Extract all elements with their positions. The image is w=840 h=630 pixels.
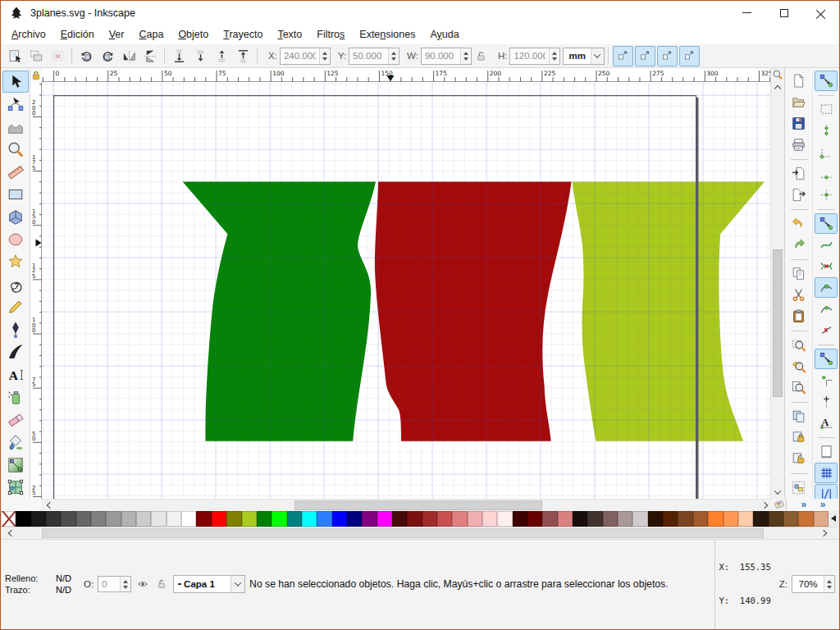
unlink-clone-button[interactable] [788, 449, 810, 469]
swatch-f0b0b0[interactable] [468, 511, 482, 527]
zoom-selection-button[interactable] [788, 335, 810, 355]
swatch-008080[interactable] [287, 511, 302, 527]
snap-path-intersections-button[interactable] [815, 256, 838, 276]
swatch-e6e6e6[interactable] [151, 511, 166, 527]
new-document-button[interactable] [788, 71, 810, 91]
copy-button[interactable] [788, 263, 810, 284]
layer-select[interactable]: Capa 1 [173, 575, 245, 593]
swatch-4d4d4d[interactable] [61, 511, 75, 527]
swatch-999999[interactable] [106, 511, 121, 527]
rotate-ccw-button[interactable] [75, 45, 97, 66]
redo-button[interactable] [788, 235, 810, 255]
tool-bucket-fill[interactable] [2, 431, 29, 454]
swatch-2a7fff[interactable] [317, 511, 331, 527]
menu-texto[interactable]: Texto [270, 26, 309, 43]
swatch-00ff00[interactable] [272, 511, 286, 527]
swatch-7a1010[interactable] [407, 511, 422, 527]
menu-archivo[interactable]: Archivo [4, 26, 53, 43]
minimize-button[interactable] [728, 1, 765, 25]
lock-ratio-icon[interactable] [475, 50, 487, 62]
swatch-2b1100[interactable] [648, 511, 663, 527]
swatch-806060[interactable] [603, 511, 618, 527]
layer-visibility-button[interactable] [135, 577, 150, 591]
tool-gradient[interactable] [2, 454, 29, 476]
horizontal-ruler[interactable]: 0255075100125150175200225250275300325 [42, 68, 770, 82]
swatch-450a0a[interactable] [392, 511, 407, 527]
scroll-down-button[interactable] [771, 486, 784, 499]
opacity-input[interactable] [98, 577, 120, 591]
swatch-ffeeee[interactable] [497, 511, 512, 527]
palette-scroll-thumb[interactable] [42, 528, 764, 538]
swatch-aacc22[interactable] [242, 511, 257, 527]
menu-filtros[interactable]: Filtros [309, 26, 352, 43]
opacity-spinner[interactable] [120, 577, 130, 591]
tool-zoom[interactable] [2, 138, 29, 160]
tool-pen[interactable] [2, 318, 29, 340]
scroll-left-button[interactable] [43, 500, 56, 511]
maximize-button[interactable] [765, 1, 802, 25]
swatch-573a1c[interactable] [769, 511, 783, 527]
snap-object-centers-button[interactable] [815, 370, 838, 390]
tool-spiral[interactable] [2, 273, 29, 295]
height-field-spinner[interactable] [549, 48, 559, 64]
snap-page-border-button[interactable] [815, 441, 838, 462]
vertical-scroll-thumb[interactable] [773, 249, 783, 397]
height-field-input[interactable] [510, 48, 549, 64]
swatch-e08080[interactable] [452, 511, 467, 527]
layer-lock-button[interactable] [154, 577, 169, 591]
swatch-ff7f2a[interactable] [708, 511, 723, 527]
menu-ayuda[interactable]: Ayuda [422, 26, 466, 43]
scroll-right-button[interactable] [758, 500, 770, 511]
zoom-page-button[interactable] [788, 377, 810, 398]
lower-button[interactable] [189, 45, 211, 66]
swatch-c85050[interactable] [437, 511, 452, 527]
snap-bbox-edges-button[interactable] [815, 121, 838, 141]
swatch-a02c2c[interactable] [422, 511, 437, 527]
swatch-3d0000[interactable] [513, 511, 527, 527]
duplicate-button[interactable] [788, 406, 810, 427]
swatch-00ffff[interactable] [302, 511, 317, 527]
snap-smooth-nodes-button[interactable] [815, 299, 838, 319]
snapbar-overflow-button[interactable]: » [820, 499, 825, 510]
swatch-d0cccc[interactable] [632, 511, 647, 527]
swatch-8a5d33[interactable] [783, 511, 798, 527]
export-button[interactable] [788, 185, 810, 205]
affect-pattern-button[interactable] [679, 46, 700, 66]
tool-rectangle[interactable] [2, 183, 29, 205]
snap-grid-button[interactable] [815, 463, 838, 483]
snap-line-midpoints-button[interactable] [815, 320, 838, 340]
lower-to-bottom-button[interactable] [168, 45, 189, 66]
swatch-cccccc[interactable] [136, 511, 151, 527]
color-managed-view-button[interactable] [772, 499, 786, 511]
canvas[interactable] [42, 82, 770, 565]
fill-stroke-indicator[interactable]: Relleno: N/D Trazo: N/D [5, 573, 71, 595]
y-field-input[interactable] [349, 48, 388, 64]
swatch-ffd5d5[interactable] [482, 511, 497, 527]
snap-paths-button[interactable] [815, 235, 838, 255]
tool-pencil[interactable] [2, 296, 29, 318]
menu-ver[interactable]: Ver [102, 26, 132, 43]
snap-bbox-corners-button[interactable] [815, 142, 838, 162]
swatch-ff0000[interactable] [212, 511, 226, 527]
menu-extensiones[interactable]: Extensiones [352, 26, 422, 43]
menu-trayecto[interactable]: Trayecto [216, 26, 270, 43]
zoom-drawing-button[interactable] [788, 356, 810, 377]
tool-ellipse[interactable] [2, 228, 29, 250]
swatch-333333[interactable] [46, 511, 61, 527]
affect-move-button[interactable] [613, 46, 633, 66]
swatch-ffccaa[interactable] [738, 511, 753, 527]
unit-select[interactable]: mm [563, 48, 604, 65]
menu-capa[interactable]: Capa [131, 26, 171, 43]
snap-bbox-centers-button[interactable] [815, 185, 838, 205]
y-field-spinner[interactable] [388, 48, 399, 64]
swatch-a05a2c[interactable] [693, 511, 708, 527]
tool-measure[interactable] [2, 161, 29, 183]
swatch-000000[interactable] [16, 511, 30, 527]
swatch-008000[interactable] [257, 511, 272, 527]
vertical-scrollbar[interactable] [770, 68, 784, 499]
group-button[interactable] [788, 477, 810, 498]
width-field-input[interactable] [422, 48, 460, 64]
flip-horizontal-button[interactable] [118, 45, 139, 66]
deselect-button[interactable] [47, 45, 68, 66]
tool-eraser[interactable] [2, 409, 29, 431]
